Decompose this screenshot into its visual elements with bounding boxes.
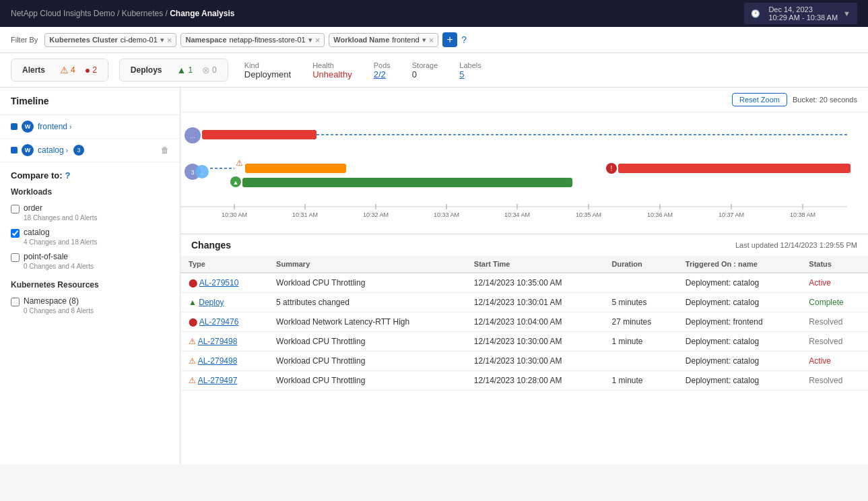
svg-text:10:31 AM: 10:31 AM — [292, 211, 318, 218]
alert-warn-badge[interactable]: ⚠ 4 — [60, 65, 75, 75]
svg-text:▲: ▲ — [233, 179, 239, 186]
changes-section: Changes Last updated 12/14/2023 1:29:55 … — [180, 234, 868, 465]
svg-text:...: ... — [190, 133, 195, 139]
table-row: ⚠ AL-279498 Workload CPU Throttling 12/1… — [180, 332, 868, 352]
alert-error-badge[interactable]: ● 2 — [85, 65, 97, 75]
info-storage: Storage 0 — [412, 61, 438, 79]
clock-icon: 🕐 — [751, 9, 760, 18]
breadcrumb: NetApp Cloud Insights Demo / Kubernetes … — [11, 9, 234, 18]
cell-summary: 5 attributes changed — [268, 293, 466, 312]
cluster-clear[interactable]: × — [167, 35, 172, 45]
workload-item-catalog: catalog 4 Changes and 18 Alerts — [11, 225, 169, 249]
cell-type: ⚠ AL-279497 — [180, 371, 268, 391]
compare-title: Compare to: ? — [11, 170, 169, 180]
svg-text:10:34 AM: 10:34 AM — [504, 211, 530, 218]
namespace-clear[interactable]: × — [315, 35, 321, 45]
type-link[interactable]: AL-279498 — [198, 356, 238, 366]
changes-table: Type Summary Start Time Duration Trigger… — [180, 256, 868, 391]
filter-by-label: Filter By — [11, 36, 38, 44]
compare-section: Compare to: ? Workloads order 18 Changes… — [0, 162, 180, 326]
cell-start-time: 12/14/2023 10:28:00 AM — [466, 371, 604, 391]
svg-rect-16 — [242, 178, 572, 187]
catalog-w-icon: W — [22, 144, 34, 156]
workload-dropdown[interactable]: ▾ — [422, 36, 426, 44]
table-row: ▲ Deploy 5 attributes changed 12/14/2023… — [180, 293, 868, 312]
workloads-section-title: Workloads — [11, 187, 169, 197]
cell-duration — [603, 273, 677, 293]
col-duration: Duration — [603, 256, 677, 273]
cell-duration: 1 minute — [603, 371, 677, 391]
filter-help-icon[interactable]: ? — [461, 34, 467, 45]
header: NetApp Cloud Insights Demo / Kubernetes … — [0, 0, 868, 27]
svg-text:10:37 AM: 10:37 AM — [719, 211, 744, 218]
cell-status: Active — [801, 352, 868, 371]
col-type: Type — [180, 256, 268, 273]
col-summary: Summary — [268, 256, 466, 273]
svg-text:...: ... — [200, 170, 205, 176]
type-link[interactable]: AL-279497 — [198, 376, 238, 385]
workload-pos-checkbox[interactable] — [11, 253, 20, 262]
svg-rect-13 — [618, 164, 850, 173]
timeline-title: Timeline — [0, 88, 180, 115]
workload-info: Kind Deployment Health Unhealthy Pods 2/… — [244, 59, 481, 81]
cell-status: Resolved — [801, 312, 868, 332]
cell-status: Resolved — [801, 332, 868, 352]
info-health: Health Unhealthy — [312, 61, 352, 79]
datetime-dropdown-icon[interactable]: ▼ — [843, 9, 850, 18]
cell-type: ▲ Deploy — [180, 293, 268, 312]
workload-clear[interactable]: × — [429, 35, 434, 45]
cluster-dropdown[interactable]: ▾ — [160, 36, 164, 44]
cell-type: ⚠ AL-279498 — [180, 352, 268, 371]
svg-text:10:38 AM: 10:38 AM — [790, 211, 815, 218]
cell-triggered: Deployment: catalog — [677, 293, 801, 312]
cell-start-time: 12/14/2023 10:04:00 AM — [466, 312, 604, 332]
cell-summary: Workload CPU Throttling — [268, 332, 466, 352]
workload-order-checkbox[interactable] — [11, 205, 20, 213]
svg-text:10:35 AM: 10:35 AM — [576, 211, 601, 218]
namespace-checkbox[interactable] — [11, 298, 20, 306]
table-row: ⚠ AL-279498 Workload CPU Throttling 12/1… — [180, 352, 868, 371]
timeline-item-frontend[interactable]: W frontend › — [0, 115, 180, 139]
add-filter-button[interactable]: + — [442, 32, 457, 47]
deploy-green-badge[interactable]: ▲ 1 — [177, 65, 193, 75]
type-link[interactable]: AL-279510 — [199, 278, 239, 288]
summary-bar: Alerts ⚠ 4 ● 2 Deploys ▲ 1 ⊗ 0 Kind Depl… — [0, 53, 868, 88]
cell-summary: Workload CPU Throttling — [268, 352, 466, 371]
svg-rect-10 — [245, 164, 346, 173]
frontend-chevron-icon: › — [69, 123, 71, 131]
frontend-link[interactable]: frontend › — [38, 122, 71, 131]
deploy-gray-badge[interactable]: ⊗ 0 — [202, 65, 217, 75]
error-circle-icon: ● — [85, 65, 90, 75]
deploy-green-icon: ▲ — [177, 65, 187, 75]
frontend-w-icon: W — [22, 121, 34, 133]
cell-duration — [603, 352, 677, 371]
workload-item-order: order 18 Changes and 0 Alerts — [11, 201, 169, 225]
filter-bar: Filter By Kubernetes Cluster ci-demo-01 … — [0, 27, 868, 53]
catalog-link[interactable]: catalog › — [38, 145, 68, 155]
workload-catalog-checkbox[interactable] — [11, 229, 20, 238]
info-labels: Labels 5 — [459, 61, 481, 79]
table-row: ⚠ AL-279497 Workload CPU Throttling 12/1… — [180, 371, 868, 391]
cell-triggered: Deployment: catalog — [677, 273, 801, 293]
catalog-delete-icon[interactable]: 🗑 — [161, 145, 169, 155]
timeline-item-catalog[interactable]: W catalog › 3 🗑 — [0, 139, 180, 162]
sidebar: Timeline W frontend › W catalog › 3 🗑 Co… — [0, 88, 180, 465]
k8s-section-title: Kubernetes Resources — [11, 280, 169, 290]
filter-chip-namespace: Namespace netapp-fitness-store-01 ▾ × — [180, 33, 325, 47]
catalog-chevron-icon: › — [66, 147, 68, 154]
compare-help-icon[interactable]: ? — [65, 170, 71, 180]
cell-summary: Workload CPU Throttling — [268, 371, 466, 391]
workload-item-pos: point-of-sale 0 Changes and 4 Alerts — [11, 249, 169, 273]
timeline-svg: ... 3 ... ⚠ ! — [180, 112, 868, 234]
namespace-dropdown[interactable]: ▾ — [308, 36, 312, 44]
type-link[interactable]: AL-279498 — [198, 337, 238, 346]
cell-duration: 27 minutes — [603, 312, 677, 332]
deploy-gray-icon: ⊗ — [202, 65, 210, 75]
cell-duration: 1 minute — [603, 332, 677, 352]
cell-type: ⬤ AL-279476 — [180, 312, 268, 332]
type-link[interactable]: Deploy — [199, 298, 224, 307]
reset-zoom-button[interactable]: Reset Zoom — [732, 93, 787, 106]
type-link[interactable]: AL-279476 — [199, 317, 239, 327]
info-kind: Kind Deployment — [244, 61, 291, 79]
info-pods: Pods 2/2 — [374, 61, 391, 79]
